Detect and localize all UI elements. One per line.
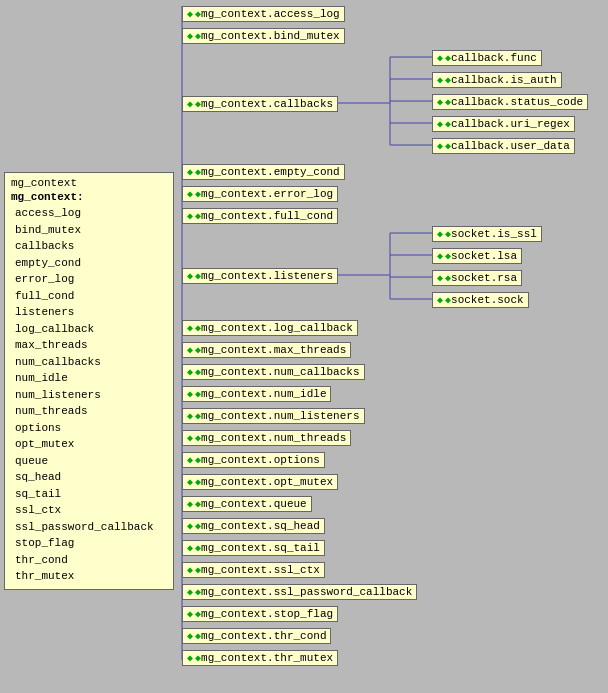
node-sock-sock: ◆socket.sock (432, 292, 529, 308)
sidebar-item: callbacks (11, 238, 167, 255)
node-error-log: ◆mg_context.error_log (182, 186, 338, 202)
sidebar-item: thr_cond (11, 552, 167, 569)
node-full-cond: ◆mg_context.full_cond (182, 208, 338, 224)
sidebar-item: opt_mutex (11, 436, 167, 453)
sidebar-item: num_threads (11, 403, 167, 420)
node-thr-cond: ◆mg_context.thr_cond (182, 628, 331, 644)
sidebar-panel: mg_context mg_context: access_log bind_m… (4, 172, 174, 590)
node-max-threads: ◆mg_context.max_threads (182, 342, 351, 358)
node-bind-mutex: ◆mg_context.bind_mutex (182, 28, 345, 44)
node-num-threads: ◆mg_context.num_threads (182, 430, 351, 446)
node-cb-is-auth: ◆callback.is_auth (432, 72, 562, 88)
node-num-callbacks: ◆mg_context.num_callbacks (182, 364, 365, 380)
node-sock-rsa: ◆socket.rsa (432, 270, 522, 286)
node-access-log: ◆mg_context.access_log (182, 6, 345, 22)
node-callbacks: ◆mg_context.callbacks (182, 96, 338, 112)
node-stop-flag: ◆mg_context.stop_flag (182, 606, 338, 622)
sidebar-item: access_log (11, 205, 167, 222)
node-sock-is-ssl: ◆socket.is_ssl (432, 226, 542, 242)
sidebar-item: sq_tail (11, 486, 167, 503)
diagram-container: mg_context mg_context: access_log bind_m… (0, 0, 608, 693)
sidebar-item: stop_flag (11, 535, 167, 552)
sidebar-item: ssl_ctx (11, 502, 167, 519)
sidebar-item: full_cond (11, 288, 167, 305)
node-ssl-password-callback: ◆mg_context.ssl_password_callback (182, 584, 417, 600)
sidebar-item: ssl_password_callback (11, 519, 167, 536)
sidebar-item: sq_head (11, 469, 167, 486)
node-sq-head: ◆mg_context.sq_head (182, 518, 325, 534)
node-opt-mutex: ◆mg_context.opt_mutex (182, 474, 338, 490)
sidebar-item: error_log (11, 271, 167, 288)
node-cb-func: ◆callback.func (432, 50, 542, 66)
node-sq-tail: ◆mg_context.sq_tail (182, 540, 325, 556)
sidebar-item: num_callbacks (11, 354, 167, 371)
sidebar-title: mg_context (11, 177, 167, 189)
node-cb-uri-regex: ◆callback.uri_regex (432, 116, 575, 132)
node-cb-user-data: ◆callback.user_data (432, 138, 575, 154)
node-listeners: ◆mg_context.listeners (182, 268, 338, 284)
sidebar-item: options (11, 420, 167, 437)
node-log-callback: ◆mg_context.log_callback (182, 320, 358, 336)
node-cb-status-code: ◆callback.status_code (432, 94, 588, 110)
node-queue: ◆mg_context.queue (182, 496, 312, 512)
sidebar-item: empty_cond (11, 255, 167, 272)
node-num-listeners: ◆mg_context.num_listeners (182, 408, 365, 424)
sidebar-item: log_callback (11, 321, 167, 338)
sidebar-item: queue (11, 453, 167, 470)
sidebar-item: thr_mutex (11, 568, 167, 585)
node-thr-mutex: ◆mg_context.thr_mutex (182, 650, 338, 666)
node-ssl-ctx: ◆mg_context.ssl_ctx (182, 562, 325, 578)
sidebar-item: bind_mutex (11, 222, 167, 239)
sidebar-item: max_threads (11, 337, 167, 354)
sidebar-item: num_idle (11, 370, 167, 387)
node-empty-cond: ◆mg_context.empty_cond (182, 164, 345, 180)
node-num-idle: ◆mg_context.num_idle (182, 386, 331, 402)
node-sock-lsa: ◆socket.lsa (432, 248, 522, 264)
sidebar-item: num_listeners (11, 387, 167, 404)
sidebar-item: listeners (11, 304, 167, 321)
node-options: ◆mg_context.options (182, 452, 325, 468)
sidebar-bold-title: mg_context: (11, 191, 167, 203)
